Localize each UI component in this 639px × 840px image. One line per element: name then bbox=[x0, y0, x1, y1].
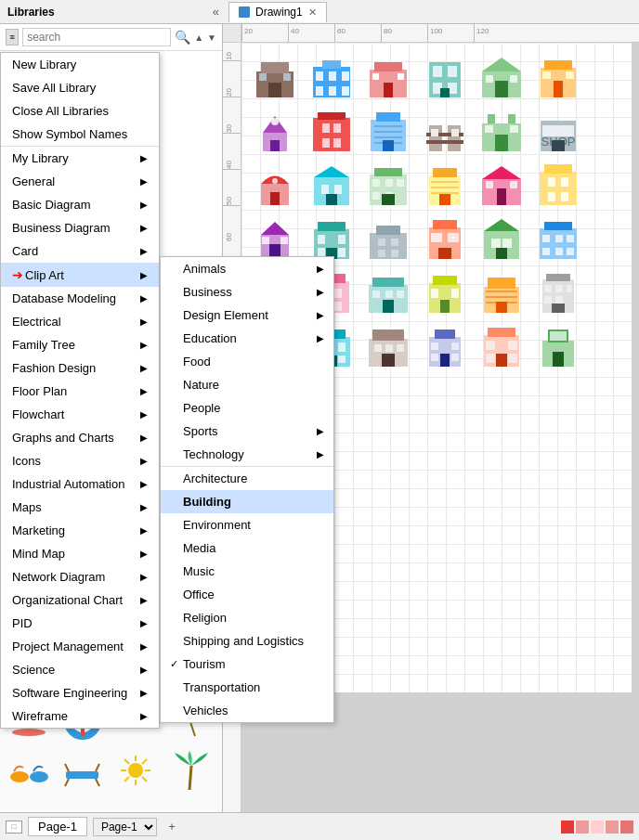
menu-item-card[interactable]: Card ▶ bbox=[1, 239, 159, 263]
menu-item-marketing[interactable]: Marketing ▶ bbox=[1, 519, 159, 542]
menu-item-icons[interactable]: Icons ▶ bbox=[1, 449, 159, 472]
menu-item-graphs[interactable]: Graphs and Charts ▶ bbox=[1, 426, 159, 449]
menu-item-show-symbol[interactable]: Show Symbol Names bbox=[1, 123, 159, 147]
search-icon[interactable]: 🔍 bbox=[175, 30, 190, 45]
menu-l2-office[interactable]: Office bbox=[161, 583, 333, 606]
menu-item-family-tree[interactable]: Family Tree ▶ bbox=[1, 333, 159, 356]
menu-item-new-library[interactable]: New Library bbox=[1, 53, 159, 76]
menu-item-floor-plan[interactable]: Floor Plan ▶ bbox=[1, 380, 159, 403]
menu-item-basic-diagram[interactable]: Basic Diagram ▶ bbox=[1, 193, 159, 216]
building-item[interactable] bbox=[477, 160, 526, 208]
menu-item-science[interactable]: Science ▶ bbox=[1, 658, 159, 681]
color-swatch-4[interactable] bbox=[606, 821, 619, 834]
building-item[interactable] bbox=[421, 160, 469, 208]
lib-item-sun[interactable] bbox=[112, 747, 159, 794]
menu-item-fashion[interactable]: Fashion Design ▶ bbox=[1, 356, 159, 380]
menu-l2-shipping[interactable]: Shipping and Logistics bbox=[161, 629, 333, 653]
menu-item-electrical[interactable]: Electrical ▶ bbox=[1, 310, 159, 333]
building-item[interactable] bbox=[534, 160, 582, 208]
building-item[interactable] bbox=[251, 106, 299, 154]
drawing-tab[interactable]: Drawing1 ✕ bbox=[228, 2, 327, 22]
color-swatch-1[interactable] bbox=[561, 821, 574, 834]
building-item[interactable] bbox=[534, 321, 582, 369]
tab-close-icon[interactable]: ✕ bbox=[308, 6, 317, 19]
menu-item-mind-map[interactable]: Mind Map ▶ bbox=[1, 542, 159, 565]
page-select[interactable]: Page-1 bbox=[93, 818, 157, 836]
menu-l2-education[interactable]: Education ▶ bbox=[161, 327, 333, 350]
menu-item-industrial[interactable]: Industrial Automation ▶ bbox=[1, 472, 159, 496]
menu-l2-food[interactable]: Food bbox=[161, 350, 333, 373]
menu-item-business-diagram[interactable]: Business Diagram ▶ bbox=[1, 216, 159, 239]
menu-l2-environment[interactable]: Environment bbox=[161, 513, 333, 536]
building-item[interactable] bbox=[307, 52, 356, 100]
building-item[interactable] bbox=[307, 213, 356, 262]
menu-item-wireframe[interactable]: Wireframe ▶ bbox=[1, 704, 159, 728]
building-item[interactable]: SHOP bbox=[534, 106, 582, 154]
color-swatch-3[interactable] bbox=[591, 821, 604, 834]
page-tab-1[interactable]: Page-1 bbox=[28, 817, 87, 836]
building-item[interactable] bbox=[534, 267, 582, 316]
color-swatch-5[interactable] bbox=[620, 821, 633, 834]
lib-item-beachchair[interactable] bbox=[59, 747, 106, 794]
collapse-icon[interactable]: « bbox=[213, 5, 219, 19]
building-item[interactable] bbox=[251, 52, 299, 100]
building-item[interactable] bbox=[421, 321, 469, 369]
building-item[interactable] bbox=[421, 267, 469, 316]
menu-l2-technology[interactable]: Technology ▶ bbox=[161, 443, 333, 467]
building-item[interactable] bbox=[477, 267, 526, 316]
menu-l2-sports[interactable]: Sports ▶ bbox=[161, 420, 333, 443]
menu-l2-media[interactable]: Media bbox=[161, 536, 333, 560]
building-item[interactable] bbox=[421, 213, 469, 262]
menu-l2-people[interactable]: People bbox=[161, 396, 333, 420]
menu-l2-business[interactable]: Business ▶ bbox=[161, 280, 333, 304]
menu-item-save-all[interactable]: Save All Library bbox=[1, 76, 159, 99]
scroll-up-icon[interactable]: ▲ bbox=[194, 32, 203, 43]
building-item[interactable] bbox=[364, 267, 412, 316]
building-item[interactable] bbox=[364, 213, 412, 262]
menu-item-clip-art[interactable]: ➔ Clip Art ▶ bbox=[1, 263, 159, 287]
building-item[interactable] bbox=[477, 106, 526, 154]
building-item[interactable] bbox=[477, 52, 526, 100]
search-input[interactable] bbox=[22, 28, 171, 46]
add-page-btn[interactable]: + bbox=[163, 818, 181, 836]
building-item[interactable] bbox=[421, 106, 469, 154]
menu-item-org-chart[interactable]: Organizational Chart ▶ bbox=[1, 588, 159, 612]
lib-item-flipflops[interactable] bbox=[6, 747, 52, 794]
building-item[interactable] bbox=[307, 106, 356, 154]
menu-item-database[interactable]: Database Modeling ▶ bbox=[1, 287, 159, 310]
building-item[interactable] bbox=[534, 52, 582, 100]
menu-l2-building[interactable]: Building bbox=[161, 490, 333, 513]
menu-l2-tourism[interactable]: ✓ Tourism bbox=[161, 653, 333, 676]
menu-item-maps[interactable]: Maps ▶ bbox=[1, 496, 159, 519]
menu-item-software[interactable]: Software Engineering ▶ bbox=[1, 681, 159, 704]
menu-l2-architecture[interactable]: Architecture bbox=[161, 467, 333, 490]
building-item[interactable] bbox=[477, 321, 526, 369]
color-swatch-2[interactable] bbox=[576, 821, 589, 834]
menu-item-pid[interactable]: PID ▶ bbox=[1, 612, 159, 635]
menu-item-network[interactable]: Network Diagram ▶ bbox=[1, 565, 159, 588]
building-item[interactable] bbox=[477, 213, 526, 262]
building-item[interactable] bbox=[421, 52, 469, 100]
building-item[interactable] bbox=[251, 213, 299, 262]
building-item[interactable] bbox=[534, 213, 582, 262]
menu-item-flowchart[interactable]: Flowchart ▶ bbox=[1, 403, 159, 426]
building-item[interactable] bbox=[364, 52, 412, 100]
menu-l2-vehicles[interactable]: Vehicles bbox=[161, 699, 333, 722]
scroll-down-icon[interactable]: ▼ bbox=[207, 32, 216, 43]
menu-l2-animals[interactable]: Animals ▶ bbox=[161, 257, 333, 280]
menu-l2-design[interactable]: Design Element ▶ bbox=[161, 304, 333, 327]
menu-l2-music[interactable]: Music bbox=[161, 560, 333, 583]
menu-l2-transportation[interactable]: Transportation bbox=[161, 676, 333, 699]
building-item[interactable] bbox=[307, 160, 356, 208]
menu-item-close-all[interactable]: Close All Libraries bbox=[1, 99, 159, 123]
menu-item-project[interactable]: Project Management ▶ bbox=[1, 635, 159, 658]
building-item[interactable] bbox=[251, 160, 299, 208]
menu-l2-nature[interactable]: Nature bbox=[161, 373, 333, 396]
building-item[interactable] bbox=[364, 160, 412, 208]
building-item[interactable] bbox=[364, 106, 412, 154]
menu-l2-religion[interactable]: Religion bbox=[161, 606, 333, 629]
menu-item-general[interactable]: General ▶ bbox=[1, 170, 159, 193]
building-item[interactable] bbox=[364, 321, 412, 369]
lib-item-palmtree[interactable] bbox=[166, 747, 213, 794]
menu-item-my-library[interactable]: My Library ▶ bbox=[1, 147, 159, 170]
